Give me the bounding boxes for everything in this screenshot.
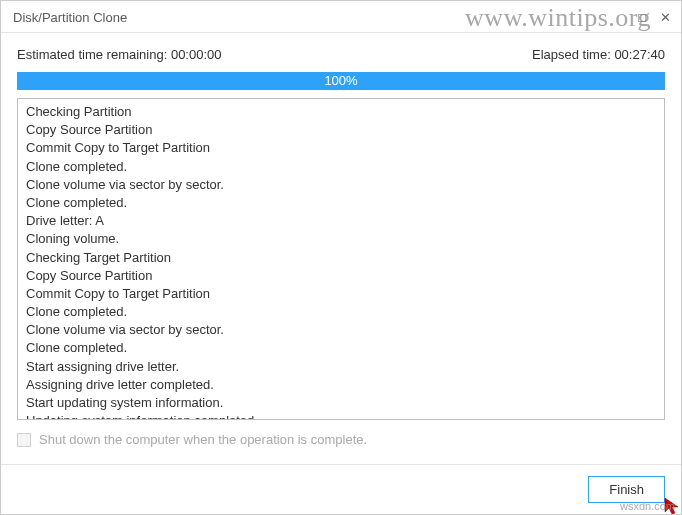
shutdown-label: Shut down the computer when the operatio… bbox=[39, 432, 367, 447]
log-line: Copy Source Partition bbox=[26, 267, 656, 285]
log-line: Clone volume via sector by sector. bbox=[26, 321, 656, 339]
log-line: Clone completed. bbox=[26, 339, 656, 357]
log-line: Clone completed. bbox=[26, 194, 656, 212]
progress-bar: 100% bbox=[17, 72, 665, 90]
maximize-icon[interactable]: □ bbox=[638, 10, 646, 25]
log-line: Cloning volume. bbox=[26, 230, 656, 248]
content-area: Estimated time remaining: 00:00:00 Elaps… bbox=[1, 33, 681, 447]
close-icon[interactable]: ✕ bbox=[660, 10, 671, 25]
window-title: Disk/Partition Clone bbox=[13, 10, 127, 25]
log-line: Start assigning drive letter. bbox=[26, 358, 656, 376]
log-output[interactable]: Checking PartitionCopy Source PartitionC… bbox=[17, 98, 665, 420]
window-controls: □ ✕ bbox=[638, 10, 671, 25]
log-line: Assigning drive letter completed. bbox=[26, 376, 656, 394]
titlebar: Disk/Partition Clone □ ✕ bbox=[1, 1, 681, 33]
log-line: Drive letter: A bbox=[26, 212, 656, 230]
times-row: Estimated time remaining: 00:00:00 Elaps… bbox=[17, 47, 665, 62]
remaining-value: 00:00:00 bbox=[171, 47, 222, 62]
log-line: Start updating system information. bbox=[26, 394, 656, 412]
svg-marker-0 bbox=[665, 498, 678, 514]
log-line: Checking Partition bbox=[26, 103, 656, 121]
time-elapsed: Elapsed time: 00:27:40 bbox=[532, 47, 665, 62]
log-line: Clone volume via sector by sector. bbox=[26, 176, 656, 194]
remaining-label: Estimated time remaining: bbox=[17, 47, 167, 62]
shutdown-option: Shut down the computer when the operatio… bbox=[17, 432, 665, 447]
shutdown-checkbox bbox=[17, 433, 31, 447]
log-line: Updating system information completed. bbox=[26, 412, 656, 420]
log-line: Clone completed. bbox=[26, 303, 656, 321]
elapsed-label: Elapsed time: bbox=[532, 47, 611, 62]
footer: Finish bbox=[1, 464, 681, 514]
time-remaining: Estimated time remaining: 00:00:00 bbox=[17, 47, 222, 62]
log-line: Commit Copy to Target Partition bbox=[26, 139, 656, 157]
finish-button[interactable]: Finish bbox=[588, 476, 665, 503]
log-line: Clone completed. bbox=[26, 158, 656, 176]
log-line: Copy Source Partition bbox=[26, 121, 656, 139]
log-line: Commit Copy to Target Partition bbox=[26, 285, 656, 303]
log-line: Checking Target Partition bbox=[26, 249, 656, 267]
elapsed-value: 00:27:40 bbox=[614, 47, 665, 62]
